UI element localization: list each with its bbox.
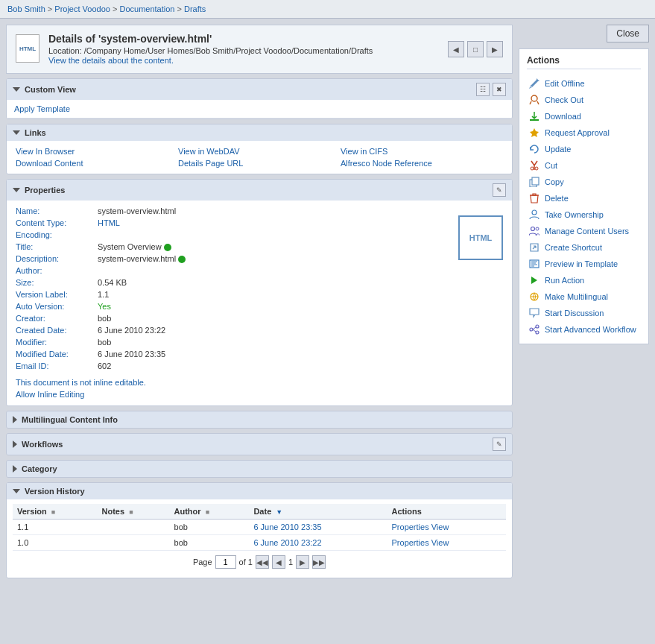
start-discussion-label: Start Discussion [545,309,604,318]
date-link[interactable]: 6 June 2010 23:35 [253,523,321,531]
edit-properties-icon[interactable]: ✎ [493,183,506,197]
view-in-browser-link[interactable]: View In Browser [16,147,178,156]
back-button[interactable]: ◀ [448,41,464,57]
first-page-button[interactable]: ◀◀ [256,555,269,569]
cut-icon [528,160,540,171]
view-in-webdav-link[interactable]: View in WebDAV [178,147,341,156]
date-link-2[interactable]: 6 June 2010 23:22 [253,538,321,547]
collapse-icon [13,87,20,92]
forward-button[interactable]: ▶ [487,41,503,57]
breadcrumb-bob-smith[interactable]: Bob Smith [7,4,45,13]
version-history-collapse-icon [13,489,20,493]
workflows-add-icon[interactable]: ✎ [493,438,506,451]
breadcrumb-documentation[interactable]: Documentation [119,4,174,13]
desc-edit-dot [178,256,186,263]
svg-point-7 [536,227,539,230]
copy-button[interactable]: □ [467,41,484,57]
action-cut[interactable]: Cut [527,157,641,174]
file-location: Location: /Company Home/User Homes/Bob S… [48,46,373,55]
actions-title: Actions [527,55,641,69]
download-content-link[interactable]: Download Content [16,159,178,168]
delete-icon [528,192,540,204]
custom-view-header[interactable]: Custom View ☷ ✖ [7,79,512,100]
action-download[interactable]: Download [527,108,641,124]
content-panel: HTML Details of 'system-overview.html' L… [6,25,513,578]
alfresco-node-reference-link[interactable]: Alfresco Node Reference [341,159,503,168]
content-type-link[interactable]: HTML [98,218,120,227]
details-page-url-link[interactable]: Details Page URL [178,159,341,168]
prev-page-button[interactable]: ◀ [272,555,285,569]
multilingual-header[interactable]: Multilingual Content Info [7,411,512,428]
action-create-shortcut[interactable]: Create Shortcut [527,239,641,256]
prop-size: Size: 0.54 KB [16,278,503,287]
action-start-discussion[interactable]: Start Discussion [527,305,641,321]
multilingual-expand-icon [13,416,17,423]
version-col-header: Version ■ [13,504,98,520]
properties-view-link-2[interactable]: Properties View [392,538,449,547]
breadcrumb-drafts[interactable]: Drafts [184,4,206,13]
breadcrumb-project-voodoo[interactable]: Project Voodoo [54,4,110,13]
svg-point-12 [536,325,539,328]
page-label: Page [193,558,212,566]
prop-encoding: Encoding: [16,230,424,239]
action-edit-offline[interactable]: Edit Offline [527,75,641,92]
shortcut-icon [528,242,540,253]
workflows-section: Workflows ✎ [6,433,513,455]
author-col-header: Author ■ [170,504,250,520]
prop-description: Description: system-overview.html [16,254,424,263]
apply-template-link[interactable]: Apply Template [7,100,512,119]
workflow-icon [528,323,540,335]
date-sort-icon: ▼ [276,508,282,516]
links-header[interactable]: Links [7,124,512,141]
next-page-button[interactable]: ▶ [296,555,309,569]
view-in-cifs-link[interactable]: View in CIFS [341,147,503,156]
date-cell: 6 June 2010 23:35 [249,520,387,535]
last-page-button[interactable]: ▶▶ [312,555,326,569]
run-icon [528,274,540,286]
workflows-header[interactable]: Workflows ✎ [7,434,512,455]
version-history-header[interactable]: Version History [7,483,512,499]
svg-point-2 [535,167,538,170]
cut-label: Cut [545,161,557,170]
action-run-action[interactable]: Run Action [527,272,641,288]
take-ownership-label: Take Ownership [545,210,604,219]
category-header[interactable]: Category [7,461,512,477]
action-make-multilingual[interactable]: Make Multilingual [527,288,641,305]
action-check-out[interactable]: Check Out [527,92,641,108]
actions-col-header: Actions [387,504,506,520]
download-icon [528,110,540,122]
checkout-icon [528,94,540,106]
action-preview-in-template[interactable]: Preview in Template [527,256,641,272]
page-number-input[interactable] [215,555,236,569]
breadcrumb: Bob Smith > Project Voodoo > Documentati… [0,0,655,19]
action-request-approval[interactable]: Request Approval [527,124,641,141]
view-details-link[interactable]: View the details about the content. [48,56,174,65]
action-delete[interactable]: Delete [527,190,641,206]
grid-view-icon[interactable]: ☷ [476,83,490,96]
svg-point-13 [536,331,539,334]
properties-header[interactable]: Properties ✎ [7,180,512,201]
properties-title: Properties [25,186,65,195]
allow-inline-editing-link[interactable]: Allow Inline Editing [16,390,84,399]
action-start-advanced-workflow[interactable]: Start Advanced Workflow [527,321,641,338]
update-label: Update [545,145,571,154]
header-nav: ◀ □ ▶ [448,41,503,57]
action-manage-content-users[interactable]: Manage Content Users [527,223,641,239]
action-update[interactable]: Update [527,141,641,157]
delete-view-icon[interactable]: ✖ [493,83,506,96]
prop-version-label: Version Label: 1.1 [16,290,503,299]
copy-label: Copy [545,177,564,186]
download-label: Download [545,112,581,121]
prop-created-date: Created Date: 6 June 2010 23:22 [16,326,503,335]
notes-cell [98,535,170,551]
run-action-label: Run Action [545,276,584,285]
action-take-ownership[interactable]: Take Ownership [527,206,641,223]
close-button[interactable]: Close [607,25,649,42]
properties-section: Properties ✎ Name: system-overview.html … [6,179,513,406]
version-history-title: Version History [25,487,85,496]
action-copy[interactable]: Copy [527,174,641,190]
properties-view-link[interactable]: Properties View [392,523,449,531]
svg-point-0 [531,95,537,101]
category-section: Category [6,460,513,478]
links-collapse-icon [13,130,20,135]
